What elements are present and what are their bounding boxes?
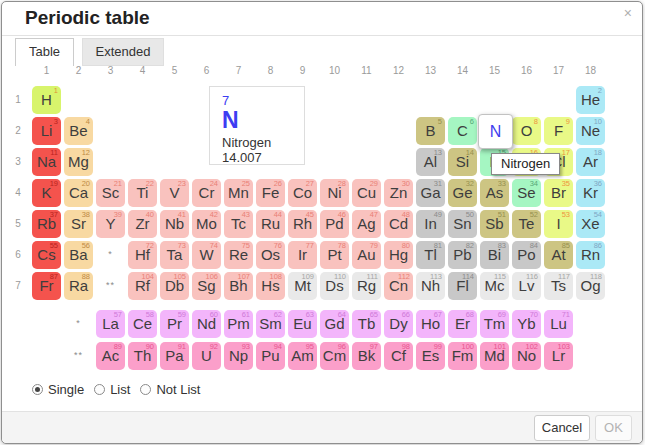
element-lu[interactable]: 71Lu	[544, 310, 573, 338]
element-ra[interactable]: 88Ra	[64, 272, 93, 300]
element-ce[interactable]: 58Ce	[128, 310, 157, 338]
element-sr[interactable]: 38Sr	[64, 210, 93, 238]
element-bh[interactable]: 107Bh	[224, 272, 253, 300]
element-y[interactable]: 39Y	[96, 210, 125, 238]
element-h[interactable]: 1H	[32, 86, 61, 114]
element-rn[interactable]: 86Rn	[576, 241, 605, 269]
element-fm[interactable]: 100Fm	[448, 342, 477, 370]
element-hs[interactable]: 108Hs	[256, 272, 285, 300]
element-at[interactable]: 85At	[544, 241, 573, 269]
element-al[interactable]: 13Al	[416, 148, 445, 176]
element-no[interactable]: 102No	[512, 342, 541, 370]
element-zr[interactable]: 40Zr	[128, 210, 157, 238]
element-os[interactable]: 76Os	[256, 241, 285, 269]
element-rh[interactable]: 45Rh	[288, 210, 317, 238]
element-te[interactable]: 52Te	[512, 210, 541, 238]
element-rf[interactable]: 104Rf	[128, 272, 157, 300]
element-hf[interactable]: 72Hf	[128, 241, 157, 269]
element-tl[interactable]: 81Tl	[416, 241, 445, 269]
element-pb[interactable]: 82Pb	[448, 241, 477, 269]
element-re[interactable]: 75Re	[224, 241, 253, 269]
element-nb[interactable]: 41Nb	[160, 210, 189, 238]
element-cm[interactable]: 96Cm	[320, 342, 349, 370]
element-i[interactable]: 53I	[544, 210, 573, 238]
element-np[interactable]: 93Np	[224, 342, 253, 370]
element-in[interactable]: 49In	[416, 210, 445, 238]
element-sn[interactable]: 50Sn	[448, 210, 477, 238]
option-list[interactable]: List	[94, 382, 130, 397]
element-pu[interactable]: 94Pu	[256, 342, 285, 370]
element-ho[interactable]: 67Ho	[416, 310, 445, 338]
element-nh[interactable]: 113Nh	[416, 272, 445, 300]
element-hg[interactable]: 80Hg	[384, 241, 413, 269]
element-gd[interactable]: 64Gd	[320, 310, 349, 338]
element-es[interactable]: 99Es	[416, 342, 445, 370]
element-zn[interactable]: 30Zn	[384, 179, 413, 207]
element-cr[interactable]: 24Cr	[192, 179, 221, 207]
element-ts[interactable]: 117Ts	[544, 272, 573, 300]
element-se[interactable]: 34Se	[512, 179, 541, 207]
element-sg[interactable]: 106Sg	[192, 272, 221, 300]
element-co[interactable]: 27Co	[288, 179, 317, 207]
element-mo[interactable]: 42Mo	[192, 210, 221, 238]
element-li[interactable]: 3Li	[32, 117, 61, 145]
option-not-list[interactable]: Not List	[140, 382, 200, 397]
option-single[interactable]: Single	[32, 382, 84, 397]
element-og[interactable]: 118Og	[576, 272, 605, 300]
element-kr[interactable]: 36Kr	[576, 179, 605, 207]
element-am[interactable]: 95Am	[288, 342, 317, 370]
element-ge[interactable]: 32Ge	[448, 179, 477, 207]
element-n[interactable]: N	[478, 114, 513, 149]
radio-icon[interactable]	[140, 384, 151, 395]
element-pd[interactable]: 46Pd	[320, 210, 349, 238]
element-au[interactable]: 79Au	[352, 241, 381, 269]
element-mc[interactable]: 115Mc	[480, 272, 509, 300]
element-dy[interactable]: 66Dy	[384, 310, 413, 338]
element-br[interactable]: 35Br	[544, 179, 573, 207]
element-ac[interactable]: 89Ac	[96, 342, 125, 370]
element-rb[interactable]: 37Rb	[32, 210, 61, 238]
radio-icon[interactable]	[94, 384, 105, 395]
element-v[interactable]: 23V	[160, 179, 189, 207]
element-nd[interactable]: 60Nd	[192, 310, 221, 338]
element-he[interactable]: 2He	[576, 86, 605, 114]
element-db[interactable]: 105Db	[160, 272, 189, 300]
element-eu[interactable]: 63Eu	[288, 310, 317, 338]
element-k[interactable]: 19K	[32, 179, 61, 207]
element-o[interactable]: 8O	[512, 117, 541, 145]
element-sb[interactable]: 51Sb	[480, 210, 509, 238]
element-lr[interactable]: 103Lr	[544, 342, 573, 370]
element-w[interactable]: 74W	[192, 241, 221, 269]
element-fr[interactable]: 87Fr	[32, 272, 61, 300]
element-mt[interactable]: 109Mt	[288, 272, 317, 300]
element-ag[interactable]: 47Ag	[352, 210, 381, 238]
element-po[interactable]: 84Po	[512, 241, 541, 269]
element-fe[interactable]: 26Fe	[256, 179, 285, 207]
element-tb[interactable]: 65Tb	[352, 310, 381, 338]
element-cs[interactable]: 55Cs	[32, 241, 61, 269]
element-as[interactable]: 33As	[480, 179, 509, 207]
element-la[interactable]: 57La	[96, 310, 125, 338]
element-yb[interactable]: 70Yb	[512, 310, 541, 338]
element-ta[interactable]: 73Ta	[160, 241, 189, 269]
element-pa[interactable]: 91Pa	[160, 342, 189, 370]
element-ti[interactable]: 22Ti	[128, 179, 157, 207]
element-er[interactable]: 68Er	[448, 310, 477, 338]
element-bi[interactable]: 83Bi	[480, 241, 509, 269]
element-ds[interactable]: 110Ds	[320, 272, 349, 300]
element-rg[interactable]: 111Rg	[352, 272, 381, 300]
element-c[interactable]: 6C	[448, 117, 477, 145]
element-ru[interactable]: 44Ru	[256, 210, 285, 238]
element-bk[interactable]: 97Bk	[352, 342, 381, 370]
ok-button[interactable]: OK	[595, 415, 632, 441]
element-ne[interactable]: 10Ne	[576, 117, 605, 145]
element-na[interactable]: 11Na	[32, 148, 61, 176]
element-cd[interactable]: 48Cd	[384, 210, 413, 238]
element-pt[interactable]: 78Pt	[320, 241, 349, 269]
element-fl[interactable]: 114Fl	[448, 272, 477, 300]
element-tc[interactable]: 43Tc	[224, 210, 253, 238]
element-th[interactable]: 90Th	[128, 342, 157, 370]
element-f[interactable]: 9F	[544, 117, 573, 145]
element-mg[interactable]: 12Mg	[64, 148, 93, 176]
element-be[interactable]: 4Be	[64, 117, 93, 145]
